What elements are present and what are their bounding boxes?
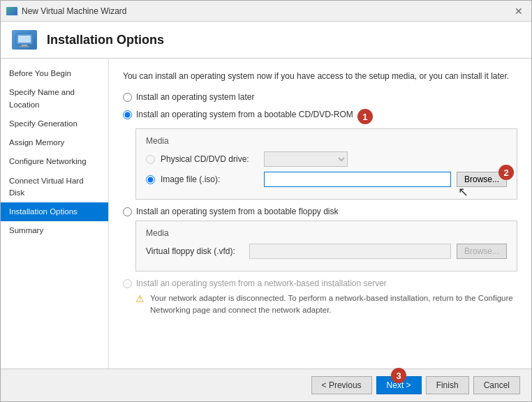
physical-drive-row: Physical CD/DVD drive: <box>146 151 507 167</box>
image-file-label: Image file (.iso): <box>161 174 258 184</box>
sidebar-item-installation-options[interactable]: Installation Options <box>1 202 108 221</box>
physical-drive-label: Physical CD/DVD drive: <box>161 154 258 164</box>
sidebar-item-specify-generation[interactable]: Specify Generation <box>1 114 108 133</box>
option-install-later-label[interactable]: Install an operating system later <box>123 92 517 102</box>
svg-rect-2 <box>22 45 27 46</box>
main-content: Before You Begin Specify Name and Locati… <box>1 59 531 368</box>
title-bar-left: New Virtual Machine Wizard <box>6 6 127 16</box>
media-label: Media <box>146 136 507 146</box>
previous-button[interactable]: < Previous <box>311 376 372 394</box>
sidebar-item-assign-memory[interactable]: Assign Memory <box>1 133 108 152</box>
badge-3: 3 <box>391 368 406 383</box>
badge-2: 2 <box>498 165 514 180</box>
cancel-button[interactable]: Cancel <box>473 376 520 394</box>
sidebar-item-connect-vhd[interactable]: Connect Virtual Hard Disk <box>1 172 108 203</box>
option-network-radio[interactable] <box>123 279 132 288</box>
media-box-cd: Media Physical CD/DVD drive: Image file … <box>135 128 517 200</box>
option-floppy-group: Install an operating system from a boota… <box>123 207 517 271</box>
warning-text: Your network adapter is disconnected. To… <box>150 292 517 317</box>
physical-drive-select[interactable] <box>264 151 348 167</box>
media-box-floppy: Media Virtual floppy disk (.vfd): Browse… <box>135 221 517 271</box>
floppy-drive-label: Virtual floppy disk (.vfd): <box>146 246 244 256</box>
browse-floppy-button: Browse... <box>457 244 507 259</box>
sidebar-item-configure-networking[interactable]: Configure Networking <box>1 152 108 171</box>
floppy-file-input[interactable] <box>249 244 451 259</box>
floppy-drive-row: Virtual floppy disk (.vfd): Browse... <box>146 244 507 259</box>
header-icon <box>12 30 37 50</box>
image-file-row: Image file (.iso): s:\Downloads\CentOS-7… <box>146 172 507 187</box>
sidebar-item-summary[interactable]: Summary <box>1 221 108 240</box>
svg-rect-1 <box>18 36 31 43</box>
window-title: New Virtual Machine Wizard <box>22 6 127 16</box>
option-install-later-group: Install an operating system later <box>123 92 517 102</box>
window-icon <box>6 7 17 15</box>
option-bootable-cd-label[interactable]: Install an operating system from a boota… <box>123 110 353 119</box>
option-install-later-radio[interactable] <box>123 93 132 102</box>
option-floppy-label[interactable]: Install an operating system from a boota… <box>123 207 517 216</box>
title-bar: New Virtual Machine Wizard ✕ <box>1 1 531 22</box>
content-area: You can install an operating system now … <box>109 59 531 368</box>
footer: < Previous Next > 3 Finish Cancel <box>1 368 531 401</box>
option-bootable-cd-group: Install an operating system from a boota… <box>123 109 517 200</box>
finish-button[interactable]: Finish <box>426 376 469 394</box>
option-bootable-cd-radio[interactable] <box>123 110 132 119</box>
sidebar: Before You Begin Specify Name and Locati… <box>1 59 109 368</box>
header-section: Installation Options <box>1 22 531 59</box>
description-text: You can install an operating system now … <box>123 70 517 82</box>
close-button[interactable]: ✕ <box>512 6 526 17</box>
option-network-label: Install an operating system from a netwo… <box>123 278 517 288</box>
physical-drive-radio[interactable] <box>146 155 155 164</box>
bootable-cd-row: Install an operating system from a boota… <box>123 109 517 124</box>
option-floppy-radio[interactable] <box>123 207 132 216</box>
image-file-input[interactable]: s:\Downloads\CentOS-7-x86_64-Minimal-200… <box>264 172 451 187</box>
sidebar-item-before-you-begin[interactable]: Before You Begin <box>1 64 108 83</box>
warning-box: ⚠ Your network adapter is disconnected. … <box>135 292 517 317</box>
svg-rect-3 <box>20 46 29 47</box>
option-network-group: Install an operating system from a netwo… <box>123 278 517 317</box>
floppy-media-label: Media <box>146 228 507 238</box>
sidebar-item-specify-name[interactable]: Specify Name and Location <box>1 83 108 114</box>
warning-icon: ⚠ <box>135 293 145 304</box>
image-file-radio[interactable] <box>146 175 155 184</box>
main-window: New Virtual Machine Wizard ✕ Installatio… <box>0 0 532 402</box>
page-title: Installation Options <box>47 33 164 47</box>
badge-1: 1 <box>357 109 373 124</box>
